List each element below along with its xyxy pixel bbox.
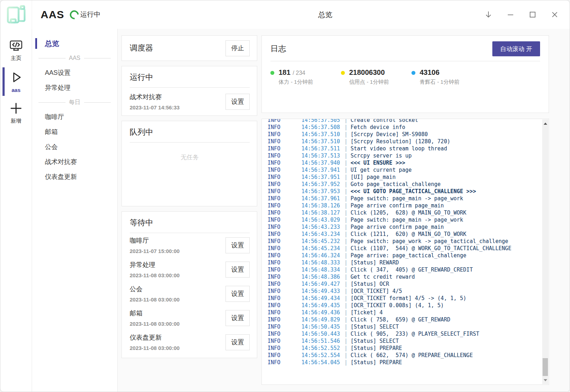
- stat-dot-icon: [411, 71, 415, 75]
- log-level: INFO: [268, 330, 301, 337]
- sidebar-item[interactable]: 战术对抗赛: [32, 154, 117, 169]
- log-line: INFO14:56:48.334|Click ( 347, 405) @ GET…: [268, 266, 540, 273]
- log-separator: |: [341, 238, 351, 245]
- stat-dot-icon: [341, 71, 345, 75]
- log-level: INFO: [268, 119, 301, 124]
- log-line: INFO14:56:45.234|Click (1107, 544) @ WOR…: [268, 245, 540, 252]
- rail-item-label: 新增: [11, 118, 21, 124]
- log-message: Get tc credit reward: [351, 273, 415, 280]
- log-level: INFO: [268, 273, 301, 280]
- log-line: INFO14:56:49.434|[OCR_TICKET format] 4/5…: [268, 295, 540, 302]
- scroll-down-button[interactable]: [542, 377, 548, 383]
- settings-button[interactable]: 设置: [226, 286, 250, 302]
- log-line: INFO14:56:45.232|Page switch: page_work …: [268, 238, 540, 245]
- log-separator: |: [341, 174, 351, 181]
- log-timestamp: 14:56:38.126: [301, 202, 341, 209]
- log-timestamp: 14:56:49.433: [301, 288, 341, 295]
- log-line: INFO14:56:49.829|Click ( 758, 659) @ GET…: [268, 316, 540, 323]
- sidebar-item-label: 邮箱: [45, 128, 58, 135]
- stat-value: 43106: [420, 68, 440, 77]
- waiting-task-name: 邮箱: [130, 309, 180, 318]
- log-level: INFO: [268, 352, 301, 359]
- sidebar-item[interactable]: 仪表盘更新: [32, 169, 117, 184]
- log-message: <<< UI ENSURE >>>: [351, 159, 405, 166]
- stop-button[interactable]: 停止: [226, 40, 250, 56]
- running-task-time: 2023-11-07 14:56:33: [130, 104, 180, 110]
- settings-button[interactable]: 设置: [226, 334, 250, 350]
- log-message: [OCR_TICKET 0.008s] (4, 1, 5): [351, 302, 444, 309]
- log-line: INFO14:56:49.436|[Ticket] 4: [268, 309, 540, 316]
- close-button[interactable]: [550, 10, 559, 19]
- log-level: INFO: [268, 138, 301, 145]
- code-monitor-icon: [9, 40, 23, 52]
- log-level: INFO: [268, 245, 301, 252]
- log-separator: |: [341, 231, 351, 238]
- maximize-button[interactable]: [528, 10, 537, 19]
- log-line: INFO14:56:54.045|[Status] PREPARE: [268, 359, 540, 366]
- rail-item-new[interactable]: 新增: [0, 97, 32, 129]
- log-line: INFO14:56:43.234|Click (1211, 620) @ MAI…: [268, 231, 540, 238]
- sidebar-item[interactable]: 异常处理: [32, 80, 117, 95]
- log-level: INFO: [268, 231, 301, 238]
- settings-button[interactable]: 设置: [226, 262, 250, 278]
- stat-item: 218006300 信用点 - 1分钟前: [341, 68, 411, 86]
- sidebar-item[interactable]: 总览: [32, 36, 117, 51]
- log-level: INFO: [268, 174, 301, 181]
- waiting-task-name: 公会: [130, 285, 180, 293]
- rail-item-home[interactable]: 主页: [0, 35, 32, 66]
- download-arrow-button[interactable]: [484, 10, 493, 19]
- log-message: [Status] OCR: [351, 280, 389, 288]
- log-line: INFO14:56:37.940|<<< UI ENSURE >>>: [268, 159, 540, 166]
- log-message: [Scrcpy Resolution] (1280, 720): [351, 138, 450, 145]
- sidebar-item[interactable]: 咖啡厅: [32, 109, 117, 124]
- log-timestamp: 14:56:52.554: [301, 352, 341, 359]
- log-message: <<< UI GOTO PAGE_TACTICAL_CHALLENGE >>>: [351, 188, 476, 195]
- log-level: INFO: [268, 345, 301, 352]
- rail-item-label: aas: [11, 87, 20, 93]
- scheduler-card: 调度器 停止: [121, 35, 257, 61]
- scroll-up-button[interactable]: [542, 120, 548, 127]
- log-line: INFO14:56:37.951|[UI] page_main: [268, 174, 540, 181]
- log-level: INFO: [268, 223, 301, 231]
- sidebar-item[interactable]: AAS设置: [32, 65, 117, 80]
- log-line: INFO14:56:38.126|Page arrive confirm pag…: [268, 202, 540, 209]
- rail-item-aas[interactable]: aas: [0, 66, 32, 97]
- log-separator: |: [341, 316, 351, 323]
- log-message: [Scrcpy Device] SM-S9080: [351, 131, 428, 138]
- settings-button[interactable]: 设置: [226, 310, 250, 326]
- sidebar-item: AAS: [32, 51, 117, 65]
- log-message: Page arrive confirm page_main: [351, 223, 444, 231]
- running-task-name: 战术对抗赛: [130, 93, 180, 101]
- waiting-task-row: 异常处理 2023-11-08 03:00:00 设置: [130, 257, 250, 282]
- log-line: INFO14:56:38.127|Click (1205, 628) @ MAI…: [268, 209, 540, 216]
- log-message: Click ( 662, 574) @ PREPARE_CHALLENGE: [351, 352, 473, 359]
- stat-label: 信用点 - 1分钟前: [349, 79, 389, 86]
- log-level: INFO: [268, 166, 301, 174]
- minimize-button[interactable]: [506, 10, 515, 19]
- status-text: 运行中: [80, 10, 100, 19]
- log-timestamp: 14:56:48.334: [301, 266, 341, 273]
- waiting-task-name: 异常处理: [130, 261, 180, 269]
- sidebar-item[interactable]: 邮箱: [32, 124, 117, 139]
- stat-item: 181 / 234 体力 - 1分钟前: [270, 68, 341, 86]
- log-message: [Status] REWARD: [351, 259, 399, 266]
- log-message: Page switch: page_main -> page_work: [351, 216, 463, 223]
- log-timestamp: 14:56:37.941: [301, 166, 341, 174]
- log-message: [Status] SELECT: [351, 337, 399, 345]
- log-line: INFO14:56:51.546|[Status] SELECT: [268, 337, 540, 345]
- stat-item: 43106 青辉石 - 1分钟前: [411, 68, 482, 86]
- triangle-up-icon: [544, 123, 547, 125]
- scrollbar-thumb[interactable]: [543, 358, 548, 376]
- settings-button[interactable]: 设置: [226, 94, 250, 110]
- log-line: INFO14:56:37.510|[Scrcpy Device] SM-S908…: [268, 131, 540, 138]
- log-line: INFO14:56:50.435|[Status] SELECT: [268, 323, 540, 330]
- log-timestamp: 14:56:37.510: [301, 138, 341, 145]
- autoscroll-toggle-button[interactable]: 自动滚动 开: [492, 41, 540, 56]
- log-message: Page switch: page_main -> page_work: [351, 195, 463, 202]
- log-level: INFO: [268, 337, 301, 345]
- log-level: INFO: [268, 238, 301, 245]
- settings-button[interactable]: 设置: [226, 237, 250, 253]
- log-viewer[interactable]: INFO14:56:37.505|Create control socket I…: [261, 119, 549, 385]
- sidebar-item[interactable]: 公会: [32, 139, 117, 154]
- log-scrollbar[interactable]: [542, 119, 548, 384]
